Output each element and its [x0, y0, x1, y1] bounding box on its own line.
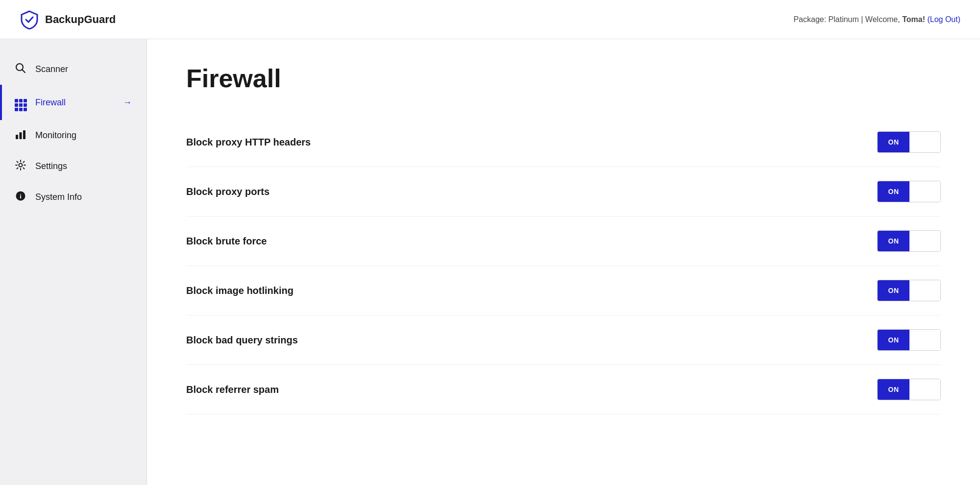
toggle-label-block-image-hotlinking: Block image hotlinking: [186, 285, 877, 296]
sidebar-item-monitoring-label: Monitoring: [35, 130, 76, 141]
main-content: Firewall Block proxy HTTP headers ON Blo…: [147, 39, 980, 485]
toggle-on-label-2: ON: [878, 231, 909, 251]
header-right: Package: Platinum | Welcome, Toma! (Log …: [793, 15, 960, 24]
backupguard-logo-icon: [20, 10, 39, 29]
toggle-off-area-0: [909, 132, 940, 152]
logo-text: BackupGuard: [45, 13, 116, 26]
search-icon: [15, 63, 26, 76]
svg-rect-2: [16, 135, 18, 139]
sidebar-item-scanner-label: Scanner: [35, 64, 68, 74]
toggle-block-image-hotlinking[interactable]: ON: [877, 280, 941, 301]
grid-icon: [15, 94, 26, 111]
toggle-block-referrer-spam[interactable]: ON: [877, 379, 941, 400]
toggle-row-block-bad-query-strings: Block bad query strings ON: [186, 315, 941, 365]
user-name: Toma!: [902, 15, 925, 24]
app-layout: Scanner Firewall → Monitoring: [0, 39, 980, 485]
toggle-row-block-image-hotlinking: Block image hotlinking ON: [186, 266, 941, 315]
svg-text:i: i: [20, 193, 22, 200]
toggle-on-label-0: ON: [878, 132, 909, 152]
toggle-block-brute-force[interactable]: ON: [877, 230, 941, 252]
toggle-label-block-referrer-spam: Block referrer spam: [186, 384, 877, 395]
toggle-row-block-proxy-http-headers: Block proxy HTTP headers ON: [186, 118, 941, 167]
svg-rect-4: [23, 130, 25, 139]
svg-rect-3: [20, 132, 22, 139]
toggle-on-label-5: ON: [878, 379, 909, 400]
toggle-label-block-brute-force: Block brute force: [186, 236, 877, 247]
toggle-off-area-2: [909, 231, 940, 251]
sidebar-item-monitoring[interactable]: Monitoring: [0, 120, 147, 151]
toggle-row-block-referrer-spam: Block referrer spam ON: [186, 365, 941, 414]
sidebar: Scanner Firewall → Monitoring: [0, 39, 147, 485]
gear-icon: [15, 160, 26, 173]
toggle-off-area-5: [909, 379, 940, 400]
sidebar-item-system-info-label: System Info: [35, 192, 82, 202]
toggle-on-label-4: ON: [878, 330, 909, 350]
toggle-label-block-proxy-ports: Block proxy ports: [186, 186, 877, 197]
header: BackupGuard Package: Platinum | Welcome,…: [0, 0, 980, 39]
toggle-block-bad-query-strings[interactable]: ON: [877, 329, 941, 351]
toggle-row-block-proxy-ports: Block proxy ports ON: [186, 167, 941, 217]
bar-chart-icon: [15, 129, 26, 142]
toggle-row-block-brute-force: Block brute force ON: [186, 217, 941, 266]
svg-point-5: [19, 164, 23, 167]
toggle-on-label-1: ON: [878, 181, 909, 202]
sidebar-item-settings-label: Settings: [35, 161, 67, 171]
toggle-on-label-3: ON: [878, 280, 909, 301]
sidebar-item-firewall-arrow: →: [123, 97, 132, 108]
toggle-block-proxy-http-headers[interactable]: ON: [877, 131, 941, 153]
logout-link[interactable]: (Log Out): [927, 15, 960, 24]
page-title: Firewall: [186, 64, 941, 93]
info-circle-icon: i: [15, 191, 26, 204]
sidebar-item-system-info[interactable]: i System Info: [0, 182, 147, 213]
sidebar-item-scanner[interactable]: Scanner: [0, 54, 147, 85]
toggle-label-block-proxy-http-headers: Block proxy HTTP headers: [186, 137, 877, 148]
sidebar-item-firewall-label: Firewall: [35, 97, 66, 108]
svg-line-1: [23, 70, 25, 73]
package-text: Package: Platinum | Welcome,: [793, 15, 902, 24]
toggle-label-block-bad-query-strings: Block bad query strings: [186, 335, 877, 346]
toggle-off-area-4: [909, 330, 940, 350]
toggle-block-proxy-ports[interactable]: ON: [877, 181, 941, 202]
toggle-off-area-3: [909, 280, 940, 301]
logo-area: BackupGuard: [20, 10, 116, 29]
sidebar-item-settings[interactable]: Settings: [0, 151, 147, 182]
sidebar-item-firewall[interactable]: Firewall →: [0, 85, 147, 120]
toggle-off-area-1: [909, 181, 940, 202]
